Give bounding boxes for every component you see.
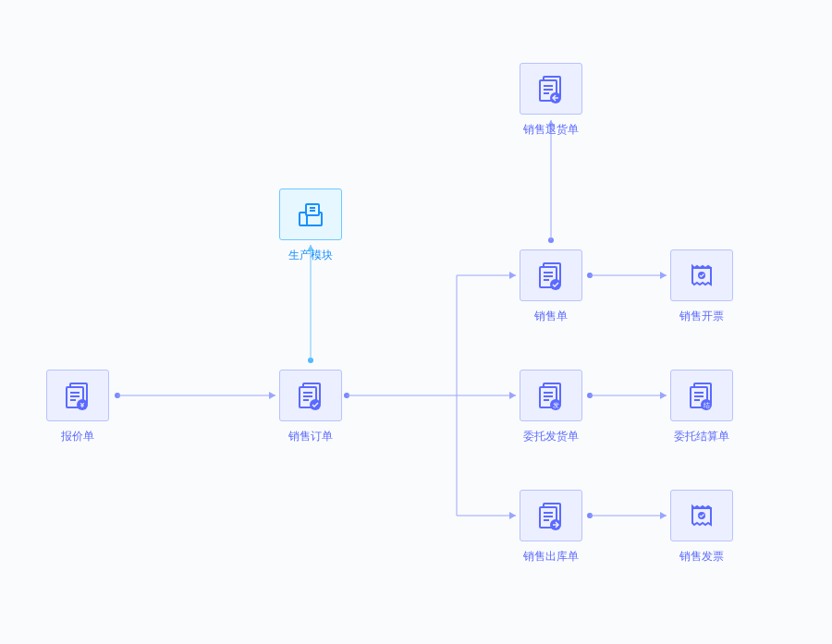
node-consign-settle[interactable]: 结 bbox=[670, 370, 733, 421]
label-sales-invoice-open: 销售开票 bbox=[646, 309, 757, 324]
node-consign-ship[interactable]: 发 bbox=[520, 370, 582, 421]
doc-check-icon bbox=[296, 381, 325, 410]
node-sales-invoice-open[interactable] bbox=[670, 249, 733, 301]
label-production-module: 生产模块 bbox=[255, 248, 366, 263]
svg-point-5 bbox=[115, 393, 120, 398]
doc-out-icon bbox=[536, 501, 566, 530]
svg-marker-7 bbox=[269, 392, 275, 399]
svg-marker-14 bbox=[509, 392, 516, 399]
svg-marker-16 bbox=[509, 512, 516, 519]
label-sales-order: 销售订单 bbox=[255, 429, 366, 444]
svg-point-29 bbox=[308, 358, 313, 363]
svg-text:发: 发 bbox=[553, 402, 559, 408]
svg-point-23 bbox=[587, 393, 593, 398]
doc-return-icon bbox=[536, 74, 566, 103]
svg-point-26 bbox=[587, 513, 593, 518]
node-quote[interactable]: ¥ bbox=[46, 370, 109, 421]
svg-point-62 bbox=[698, 272, 705, 279]
node-production-module[interactable] bbox=[279, 188, 342, 240]
label-sales-invoice: 销售发票 bbox=[646, 549, 757, 565]
label-quote: 报价单 bbox=[22, 429, 133, 444]
label-sales-bill: 销售单 bbox=[496, 309, 606, 324]
label-consign-settle: 委托结算单 bbox=[646, 429, 757, 444]
doc-check-icon bbox=[536, 261, 566, 290]
receipt-check-icon bbox=[687, 501, 716, 530]
svg-marker-22 bbox=[660, 272, 667, 279]
doc-jie-icon: 结 bbox=[687, 381, 716, 410]
module-box-icon bbox=[296, 200, 325, 229]
svg-point-17 bbox=[548, 237, 554, 243]
svg-text:¥: ¥ bbox=[80, 401, 85, 409]
svg-marker-25 bbox=[660, 392, 667, 399]
label-sales-out: 销售出库单 bbox=[496, 549, 606, 565]
node-sales-order[interactable] bbox=[279, 370, 342, 421]
svg-text:结: 结 bbox=[704, 402, 710, 408]
doc-fa-icon: 发 bbox=[536, 381, 566, 410]
doc-yen-icon: ¥ bbox=[63, 381, 92, 410]
node-sales-out[interactable] bbox=[520, 490, 582, 541]
node-sales-bill[interactable] bbox=[520, 249, 582, 301]
label-sales-return: 销售退货单 bbox=[496, 122, 606, 138]
svg-marker-12 bbox=[509, 272, 516, 279]
svg-point-20 bbox=[587, 273, 593, 278]
svg-point-83 bbox=[698, 512, 705, 519]
node-sales-return[interactable] bbox=[520, 63, 582, 115]
svg-marker-28 bbox=[660, 512, 667, 519]
receipt-check-icon bbox=[687, 261, 716, 290]
label-consign-ship: 委托发货单 bbox=[496, 429, 606, 444]
node-sales-invoice[interactable] bbox=[670, 490, 733, 541]
svg-point-8 bbox=[344, 393, 349, 398]
